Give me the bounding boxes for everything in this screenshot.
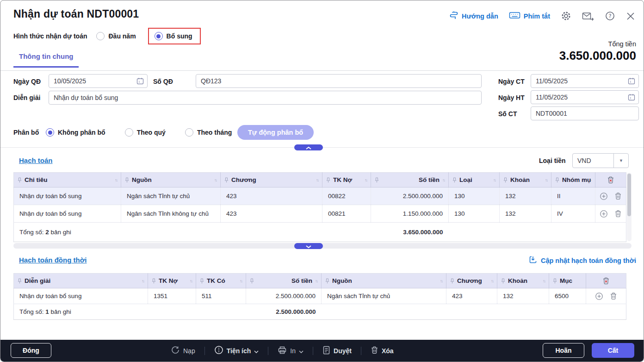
send-mail-icon[interactable] <box>582 12 594 21</box>
so-ct-input[interactable] <box>531 106 639 120</box>
settings-icon[interactable] <box>561 11 571 21</box>
col-khoan[interactable]: Khoản↑↓ <box>497 274 549 288</box>
add-row-button[interactable] <box>600 210 608 218</box>
ngay-qd-input[interactable] <box>49 74 148 88</box>
help-icon[interactable]: ? <box>605 11 615 21</box>
col-khoan[interactable]: Khoản↑↓ <box>500 173 551 187</box>
delete-row-button[interactable] <box>614 210 622 218</box>
cell-so-tien[interactable]: 2.500.000.000 <box>371 187 449 205</box>
currency-select[interactable]: VND ▼ <box>572 153 629 168</box>
ngay-ct-input[interactable] <box>531 74 639 88</box>
add-row-button[interactable] <box>600 192 608 200</box>
cell-nguon[interactable]: Ngân sách Tỉnh tự chủ <box>322 288 446 304</box>
col-tk-no[interactable]: TK Nợ↑↓ <box>148 274 196 288</box>
col-so-tien[interactable]: Số tiền↑↓ <box>246 274 322 288</box>
ngay-ct-label: Ngày CT <box>498 75 525 88</box>
cell-chuong[interactable]: 423 <box>221 205 322 223</box>
tab-thong-tin-chung[interactable]: Thông tin chung <box>13 52 79 68</box>
col-so-tien[interactable]: Số tiền↑↓ <box>371 173 449 187</box>
radio-theo-quy[interactable]: Theo quý <box>125 128 166 137</box>
close-button[interactable]: Đóng <box>11 343 51 358</box>
collapse-button[interactable] <box>294 144 323 150</box>
cell-nguon[interactable]: Ngân sách Tỉnh không tự chủ <box>121 205 221 223</box>
cell-tk-no[interactable]: 00821 <box>322 205 371 223</box>
delete-all-button[interactable] <box>599 176 622 184</box>
add-row-button[interactable] <box>595 292 603 300</box>
table-row[interactable]: Nhận dự toán bổ sung 1351 511 2.500.000.… <box>14 288 626 304</box>
calendar-icon[interactable] <box>628 77 635 87</box>
cell-so-tien[interactable]: 1.150.000.000 <box>371 205 449 223</box>
auto-allocate-button[interactable]: Tự động phân bổ <box>237 125 314 140</box>
ngay-ht-input[interactable] <box>531 90 639 104</box>
hach-toan-link[interactable]: Hạch toán <box>19 156 53 164</box>
cell-tk-no[interactable]: 00822 <box>322 187 371 205</box>
postpone-button[interactable]: Hoãn <box>543 343 584 358</box>
col-chuong[interactable]: Chương↑↓ <box>221 173 322 187</box>
approve-button[interactable]: Duyệt <box>322 346 352 356</box>
close-icon[interactable] <box>626 12 635 21</box>
dien-giai-input[interactable] <box>49 91 482 105</box>
table-scrollbar[interactable] <box>627 173 632 241</box>
cell-chi-tieu[interactable]: Nhận dự toán bổ sung <box>14 187 121 205</box>
shortcuts-link[interactable]: Phím tắt <box>509 11 550 21</box>
hach-toan-dong-thoi-link[interactable]: Hạch toán đồng thời <box>19 256 87 264</box>
table-total: 2.500.000.000 <box>246 304 322 320</box>
radio-theo-thang[interactable]: Theo tháng <box>185 128 232 137</box>
cell-nhom-muc[interactable]: II <box>551 187 595 205</box>
delete-row-button[interactable] <box>614 192 622 200</box>
cell-loai[interactable]: 130 <box>449 205 500 223</box>
col-muc[interactable]: Mục <box>549 274 586 288</box>
cell-so-tien[interactable]: 2.500.000.000 <box>246 288 322 304</box>
total-block: Tổng tiền 3.650.000.000 <box>559 40 636 63</box>
col-loai[interactable]: Loại↑↓ <box>449 173 500 187</box>
delete-button[interactable]: Xóa <box>371 346 394 356</box>
cell-tk-no[interactable]: 1351 <box>148 288 196 304</box>
cell-khoan[interactable]: 132 <box>497 288 549 304</box>
col-dien-giai[interactable]: Diễn giải↑↓ <box>14 274 148 288</box>
calendar-icon[interactable] <box>628 94 635 103</box>
delete-all-button[interactable] <box>590 277 622 285</box>
cell-khoan[interactable]: 132 <box>500 187 551 205</box>
col-chi-tieu[interactable]: Chi tiêu↑↓ <box>14 173 121 187</box>
guide-link[interactable]: Hướng dẫn <box>449 11 498 21</box>
radio-dau-nam[interactable]: Đầu năm <box>96 32 136 40</box>
cell-dien-giai[interactable]: Nhận dự toán bổ sung <box>14 288 148 304</box>
cell-tk-co[interactable]: 511 <box>196 288 246 304</box>
hach-toan-dong-thoi-table: Diễn giải↑↓ TK Nợ↑↓ TK Có↑↓ Số tiền↑↓ Ng… <box>13 273 626 320</box>
cell-muc[interactable]: 6500 <box>549 288 586 304</box>
expand-button[interactable] <box>294 243 323 249</box>
form-type-row: Hình thức nhận dự toán Đầu năm Bổ sung <box>13 27 201 45</box>
radio-circle <box>125 128 133 137</box>
scrollbar-thumb[interactable] <box>627 174 631 216</box>
cell-nguon[interactable]: Ngân sách Tỉnh tự chủ <box>121 187 221 205</box>
col-nhom-muc[interactable]: Nhóm mục <box>551 173 595 187</box>
cell-chi-tieu[interactable]: Nhận dự toán bổ sung <box>14 205 121 223</box>
col-tk-co[interactable]: TK Có↑↓ <box>196 274 246 288</box>
radio-bo-sung[interactable]: Bổ sung <box>155 32 192 40</box>
utilities-button[interactable]: Tiện ích <box>214 345 259 356</box>
toolbar-divider <box>313 347 313 355</box>
col-nguon[interactable]: Nguồn↑↓ <box>121 173 221 187</box>
radio-khong-phan-bo[interactable]: Không phân bổ <box>46 128 105 137</box>
col-chuong[interactable]: Chương↑↓ <box>446 274 497 288</box>
table-row[interactable]: Nhận dự toán bổ sung Ngân sách Tỉnh tự c… <box>14 187 626 205</box>
cell-chuong[interactable]: 423 <box>221 187 322 205</box>
col-nguon[interactable]: Nguồn↑↓ <box>322 274 446 288</box>
cell-loai[interactable]: 130 <box>449 187 500 205</box>
save-button[interactable]: Cất <box>592 343 634 358</box>
cell-nhom-muc[interactable]: IV <box>551 205 595 223</box>
footer-toolbar: Đóng Nạp Tiện ích In Duyệt <box>0 340 644 362</box>
reload-button[interactable]: Nạp <box>171 345 195 356</box>
so-qd-input[interactable] <box>196 74 482 88</box>
chevron-down-icon <box>254 347 259 355</box>
update-simultaneous-link[interactable]: Cập nhật hạch toán đồng thời <box>529 256 636 265</box>
delete-row-button[interactable] <box>610 292 617 300</box>
pin-icon <box>18 278 22 284</box>
col-tk-no[interactable]: TK Nợ↑↓ <box>322 173 371 187</box>
table-row[interactable]: Nhận dự toán bổ sung Ngân sách Tỉnh khôn… <box>14 205 626 223</box>
print-button[interactable]: In <box>278 346 303 356</box>
cell-khoan[interactable]: 132 <box>500 205 551 223</box>
annotation-highlight-box: Bổ sung <box>148 28 201 44</box>
calendar-icon[interactable] <box>136 77 144 87</box>
cell-chuong[interactable]: 423 <box>446 288 497 304</box>
